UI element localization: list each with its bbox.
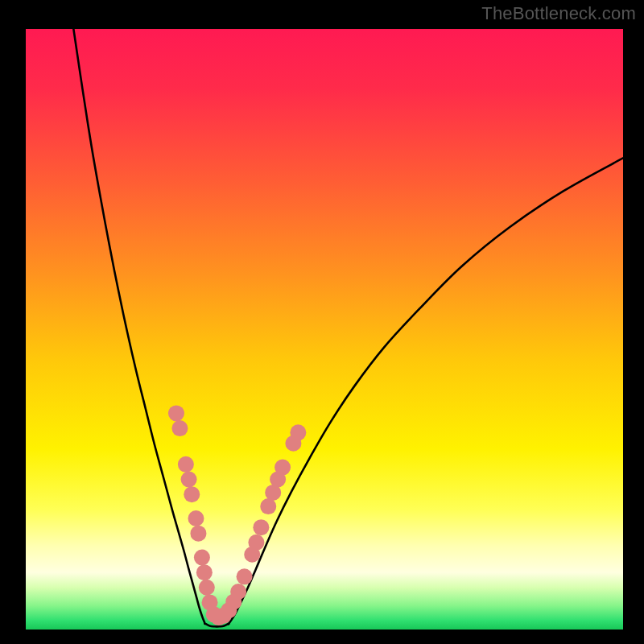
data-marker: [194, 549, 210, 565]
data-marker: [184, 486, 200, 502]
watermark-text: TheBottleneck.com: [481, 3, 636, 24]
data-marker: [178, 456, 194, 473]
data-marker: [230, 584, 246, 600]
data-marker: [237, 568, 253, 584]
data-marker: [260, 498, 276, 514]
data-marker: [168, 405, 184, 421]
data-marker: [171, 420, 188, 436]
data-marker: [199, 580, 215, 596]
data-marker: [188, 510, 204, 526]
data-marker: [275, 460, 291, 476]
data-marker: [190, 526, 206, 542]
data-marker: [253, 519, 269, 535]
data-marker: [196, 564, 213, 580]
data-marker: [290, 424, 306, 440]
data-marker: [248, 535, 264, 551]
gradient-background: [26, 29, 623, 630]
chart-frame: TheBottleneck.com: [0, 0, 644, 644]
plot-area: [26, 29, 623, 630]
data-marker: [181, 472, 197, 488]
chart-svg: [26, 29, 623, 630]
